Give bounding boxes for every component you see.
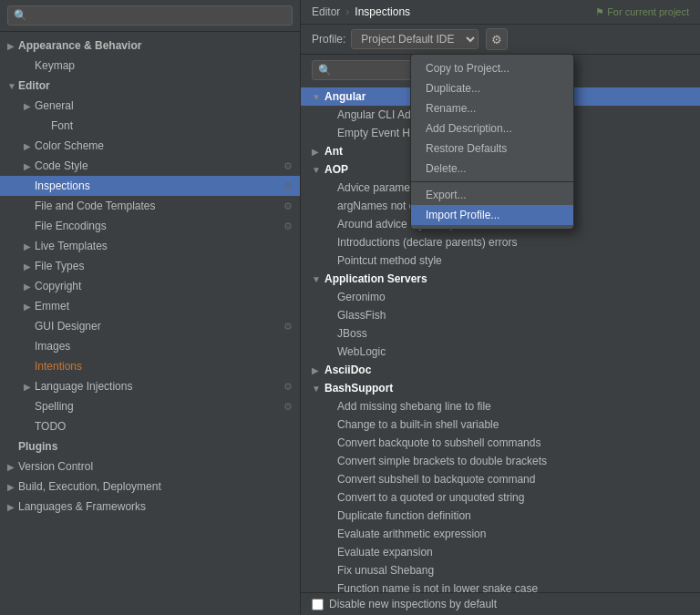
arrow-icon: ▶ [7, 41, 18, 51]
group-arrow-icon: ▶ [312, 365, 324, 375]
sidebar-item-label: Version Control [18, 460, 293, 473]
sidebar-item-label: Code Style [35, 159, 280, 172]
sidebar-item-emmet[interactable]: ▶Emmet [0, 296, 300, 316]
insp-item-eval-expansion[interactable]: Evaluate expansion [314, 543, 700, 561]
dropdown-menu: Copy to Project...Duplicate...Rename...A… [410, 54, 574, 230]
menu-item-export[interactable]: Export... [411, 185, 573, 205]
sidebar-item-label: TODO [35, 420, 293, 433]
sidebar-item-code-style[interactable]: ▶Code Style⚙ [0, 156, 300, 176]
insp-item-label: Fix unusal Shebang [337, 564, 689, 577]
insp-item-convert-backquote[interactable]: Convert backquote to subshell commands [314, 434, 700, 452]
menu-item-rename[interactable]: Rename... [411, 98, 573, 118]
sidebar-item-file-types[interactable]: ▶File Types [0, 256, 300, 276]
insp-item-geronimo[interactable]: Geronimo [314, 288, 700, 306]
sidebar-search-input[interactable] [7, 5, 293, 26]
sidebar-item-todo[interactable]: TODO [0, 416, 300, 436]
sidebar-item-live-templates[interactable]: ▶Live Templates [0, 236, 300, 256]
insp-item-pointcut[interactable]: Pointcut method style [314, 251, 700, 270]
menu-item-add-description[interactable]: Add Description... [411, 118, 573, 138]
bottom-bar: Disable new inspections by default [301, 592, 700, 615]
insp-item-label: Function name is not in lower snake case [337, 582, 689, 592]
insp-item-eval-arithmetic[interactable]: Evaluate arithmetic expression [314, 525, 700, 543]
sidebar-item-label: Emmet [35, 300, 293, 313]
insp-item-convert-quoted[interactable]: Convert to a quoted or unquoted string [314, 488, 700, 507]
sidebar-tree: ▶Appearance & Behavior Keymap▼Editor▶Gen… [0, 32, 300, 615]
sidebar-item-version-control[interactable]: ▶Version Control [0, 456, 300, 477]
breadcrumb: Editor › Inspections ⚑ For current proje… [301, 0, 700, 25]
sidebar-item-label: Keymap [35, 59, 293, 72]
sidebar-item-label: Languages & Frameworks [18, 500, 293, 513]
insp-group-label: Application Servers [324, 272, 689, 285]
sidebar-item-language-injections[interactable]: ▶Language Injections⚙ [0, 376, 300, 396]
menu-item-copy-to-project[interactable]: Copy to Project... [411, 58, 573, 78]
sidebar-item-languages-frameworks[interactable]: ▶Languages & Frameworks [0, 497, 300, 517]
breadcrumb-arrow: › [345, 5, 349, 18]
sidebar-item-build-execution[interactable]: ▶Build, Execution, Deployment [0, 477, 300, 497]
settings-icon: ⚙ [283, 220, 293, 232]
insp-item-label: Geronimo [337, 291, 689, 303]
sidebar-item-color-scheme[interactable]: ▶Color Scheme [0, 136, 300, 156]
sidebar-item-intentions[interactable]: Intentions [0, 356, 300, 376]
sidebar-item-gui-designer[interactable]: GUI Designer⚙ [0, 316, 300, 336]
group-arrow-icon: ▼ [312, 274, 324, 284]
arrow-icon: ▶ [24, 161, 35, 171]
sidebar-item-editor[interactable]: ▼Editor [0, 76, 300, 96]
insp-item-convert-subshell[interactable]: Convert subshell to backquote command [314, 470, 700, 488]
sidebar-item-file-encodings[interactable]: File Encodings⚙ [0, 216, 300, 236]
for-current-project[interactable]: ⚑ For current project [595, 6, 689, 18]
insp-item-jboss[interactable]: JBoss [314, 324, 700, 343]
settings-icon: ⚙ [283, 200, 293, 212]
insp-item-label: Introductions (declare parents) errors [337, 236, 689, 249]
arrow-icon: ▶ [24, 382, 35, 392]
menu-item-restore-defaults[interactable]: Restore Defaults [411, 138, 573, 159]
menu-divider [411, 181, 573, 182]
insp-group-label: BashSupport [324, 382, 689, 395]
sidebar-item-general[interactable]: ▶General [0, 96, 300, 116]
sidebar-item-file-code-templates[interactable]: File and Code Templates⚙ [0, 196, 300, 216]
menu-item-import-profile[interactable]: Import Profile... [411, 205, 573, 225]
insp-item-duplicate-func[interactable]: Duplicate function definition [314, 507, 700, 525]
insp-item-glassfish[interactable]: GlassFish [314, 306, 700, 324]
insp-item-label: Evaluate arithmetic expression [337, 528, 689, 540]
insp-item-convert-simple[interactable]: Convert simple brackets to double bracke… [314, 452, 700, 470]
sidebar-item-appearance[interactable]: ▶Appearance & Behavior [0, 36, 300, 56]
sidebar-item-label: Spelling [35, 400, 280, 413]
menu-item-duplicate[interactable]: Duplicate... [411, 78, 573, 98]
sidebar-item-images[interactable]: Images [0, 336, 300, 356]
sidebar-item-inspections[interactable]: Inspections⚙ [0, 176, 300, 196]
insp-item-add-shebang[interactable]: Add missing shebang line to file [314, 397, 700, 415]
insp-item-label: Add missing shebang line to file [337, 400, 689, 413]
insp-item-weblogic[interactable]: WebLogic [314, 343, 700, 361]
insp-item-label: Convert subshell to backquote command [337, 473, 689, 486]
profile-select[interactable]: Project Default IDE [351, 29, 479, 49]
insp-group-asciidoc[interactable]: ▶AsciiDoc [301, 361, 700, 379]
insp-item-func-snake-case[interactable]: Function name is not in lower snake case [314, 579, 700, 592]
sidebar-item-label: Language Injections [35, 380, 280, 393]
insp-group-bash-support[interactable]: ▼BashSupport [301, 379, 700, 397]
sidebar-item-keymap[interactable]: Keymap [0, 56, 300, 76]
group-arrow-icon: ▼ [312, 165, 324, 175]
insp-group-app-servers[interactable]: ▼Application Servers [301, 270, 700, 288]
disable-new-inspections-label[interactable]: Disable new inspections by default [312, 598, 497, 610]
group-arrow-icon: ▼ [312, 92, 324, 102]
arrow-icon: ▶ [24, 302, 35, 312]
sidebar-item-label: Editor [18, 79, 293, 92]
sidebar-item-label: GUI Designer [35, 320, 280, 333]
insp-item-label: Change to a built-in shell variable [337, 418, 689, 431]
insp-item-label: Duplicate function definition [337, 509, 689, 522]
arrow-icon: ▶ [7, 462, 18, 472]
insp-item-label: Convert backquote to subshell commands [337, 436, 689, 449]
sidebar-item-plugins[interactable]: Plugins [0, 436, 300, 456]
disable-new-inspections-checkbox[interactable] [312, 599, 324, 610]
group-arrow-icon: ▶ [312, 147, 324, 157]
menu-item-delete[interactable]: Delete... [411, 159, 573, 179]
sidebar-item-spelling[interactable]: Spelling⚙ [0, 396, 300, 416]
sidebar-item-copyright[interactable]: ▶Copyright [0, 276, 300, 296]
arrow-icon: ▼ [7, 81, 18, 91]
insp-item-introductions[interactable]: Introductions (declare parents) errors [314, 233, 700, 251]
arrow-icon: ▶ [24, 261, 35, 272]
sidebar-item-font[interactable]: Font [0, 116, 300, 136]
insp-item-change-builtin[interactable]: Change to a built-in shell variable [314, 415, 700, 434]
gear-button[interactable]: ⚙ [486, 28, 508, 50]
insp-item-fix-shebang[interactable]: Fix unusal Shebang [314, 561, 700, 579]
